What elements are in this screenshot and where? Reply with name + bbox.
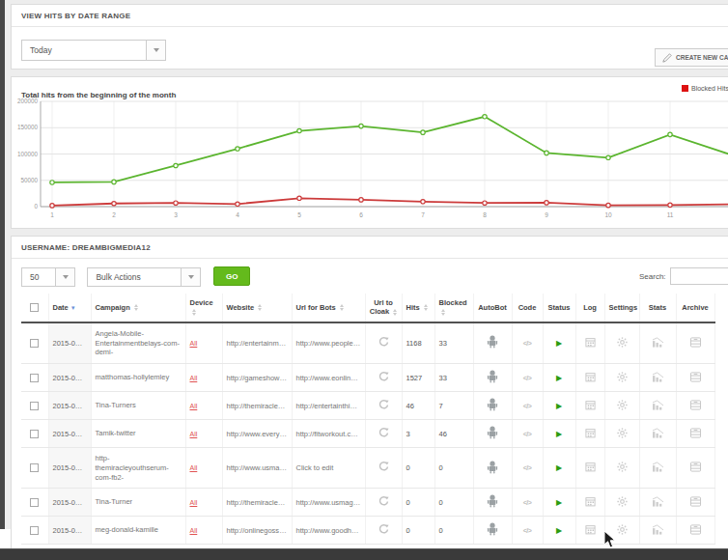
autobot-cell[interactable] xyxy=(473,420,512,448)
log-cell[interactable] xyxy=(575,489,604,517)
stats-cell[interactable] xyxy=(639,489,676,517)
url-for-bots-cell[interactable]: http://www.eonline.com/n... xyxy=(292,364,365,392)
code-cell[interactable]: </> xyxy=(512,322,543,364)
search-input[interactable] xyxy=(670,267,728,285)
status-cell[interactable]: ▶ xyxy=(543,489,575,517)
create-new-campaign-button[interactable]: CREATE NEW CAMPAIGN xyxy=(655,48,728,67)
device-link[interactable]: All xyxy=(190,527,198,534)
code-cell[interactable]: </> xyxy=(512,364,543,392)
autobot-cell[interactable] xyxy=(473,448,512,489)
autobot-cell[interactable] xyxy=(473,364,512,392)
autobot-cell[interactable] xyxy=(473,489,512,517)
log-cell[interactable] xyxy=(575,448,604,489)
bulk-actions-select[interactable]: Bulk Actions xyxy=(87,267,201,287)
device-link[interactable]: All xyxy=(190,499,198,506)
row-checkbox[interactable] xyxy=(30,374,39,382)
col-header-device[interactable]: Device xyxy=(185,294,222,322)
url-to-cloak-cell[interactable] xyxy=(365,420,402,448)
sort-toggle-icon[interactable] xyxy=(340,304,344,311)
archive-cell[interactable] xyxy=(676,489,714,517)
status-cell[interactable]: ▶ xyxy=(543,364,575,392)
sort-toggle-icon[interactable] xyxy=(134,304,138,311)
archive-cell[interactable] xyxy=(676,364,714,392)
row-checkbox[interactable] xyxy=(30,430,39,438)
sort-desc-icon[interactable]: ▼ xyxy=(70,305,76,311)
status-cell[interactable]: ▶ xyxy=(543,517,575,545)
log-cell[interactable] xyxy=(575,517,604,545)
date-range-select[interactable]: Today xyxy=(21,40,166,61)
archive-cell[interactable] xyxy=(676,517,714,545)
code-cell[interactable]: </> xyxy=(512,517,543,545)
col-header-blocked[interactable]: Blocked xyxy=(434,294,473,322)
url-to-cloak-cell[interactable] xyxy=(365,322,402,364)
device-link[interactable]: All xyxy=(190,403,198,409)
select-all-checkbox[interactable] xyxy=(30,303,39,312)
log-cell[interactable] xyxy=(575,322,604,364)
url-to-cloak-cell[interactable] xyxy=(365,489,402,517)
url-for-bots-cell[interactable]: http://fitworkout.com/ xyxy=(292,420,365,448)
device-link[interactable]: All xyxy=(190,431,198,437)
stats-cell[interactable] xyxy=(639,322,676,364)
url-for-bots-cell[interactable]: Click to edit xyxy=(292,448,365,489)
sort-toggle-icon[interactable] xyxy=(441,309,445,316)
log-cell[interactable] xyxy=(575,392,604,420)
col-header-url-to-cloak[interactable]: Url to Cloak xyxy=(365,294,402,322)
code-cell[interactable]: </> xyxy=(512,392,543,420)
url-for-bots-cell[interactable]: http://www.people.com/ar... xyxy=(292,322,365,364)
url-for-bots-cell[interactable]: http://entertainthis.usatod... xyxy=(292,392,365,420)
log-cell[interactable] xyxy=(575,420,604,448)
stats-cell[interactable] xyxy=(639,420,676,448)
stats-cell[interactable] xyxy=(639,392,676,420)
url-for-bots-cell[interactable]: http://www.usmagazine.c... xyxy=(292,489,365,517)
col-header-website[interactable]: Website xyxy=(222,294,292,322)
settings-cell[interactable] xyxy=(604,392,639,420)
row-checkbox[interactable] xyxy=(30,339,39,348)
autobot-cell[interactable] xyxy=(473,517,512,545)
stats-cell[interactable] xyxy=(639,517,676,545)
go-button[interactable]: GO xyxy=(213,266,250,286)
sort-toggle-icon[interactable] xyxy=(192,309,196,316)
col-header-date[interactable]: Date ▼ xyxy=(48,294,91,322)
archive-cell[interactable] xyxy=(676,448,714,489)
archive-cell[interactable] xyxy=(676,420,714,448)
sort-toggle-icon[interactable] xyxy=(424,304,428,311)
autobot-cell[interactable] xyxy=(473,392,512,420)
status-cell[interactable]: ▶ xyxy=(543,392,575,420)
row-checkbox[interactable] xyxy=(30,498,39,507)
stats-cell[interactable] xyxy=(639,448,676,489)
settings-cell[interactable] xyxy=(604,448,639,489)
code-cell[interactable]: </> xyxy=(512,420,543,448)
url-to-cloak-cell[interactable] xyxy=(365,392,402,420)
status-cell[interactable]: ▶ xyxy=(543,322,575,364)
device-link[interactable]: All xyxy=(190,464,198,471)
settings-cell[interactable] xyxy=(604,364,639,392)
gear-icon xyxy=(617,400,628,410)
log-cell[interactable] xyxy=(575,364,604,392)
settings-cell[interactable] xyxy=(604,489,639,517)
status-cell[interactable]: ▶ xyxy=(543,420,575,448)
url-to-cloak-cell[interactable] xyxy=(365,448,402,489)
device-link[interactable]: All xyxy=(190,375,198,381)
col-header-hits[interactable]: Hits xyxy=(402,294,434,322)
archive-cell[interactable] xyxy=(676,392,714,420)
page-size-select[interactable]: 50 xyxy=(21,267,75,287)
row-checkbox[interactable] xyxy=(30,463,39,472)
url-to-cloak-cell[interactable] xyxy=(365,364,402,392)
url-for-bots-cell[interactable]: http://www.goodhouseke... xyxy=(292,517,365,545)
settings-cell[interactable] xyxy=(604,322,639,364)
col-header-campaign[interactable]: Campaign xyxy=(91,294,185,322)
archive-cell[interactable] xyxy=(676,322,714,364)
sort-toggle-icon[interactable] xyxy=(258,304,262,311)
settings-cell[interactable] xyxy=(604,420,639,448)
code-cell[interactable]: </> xyxy=(512,489,543,517)
row-checkbox[interactable] xyxy=(30,402,39,410)
autobot-cell[interactable] xyxy=(473,322,512,364)
status-cell[interactable]: ▶ xyxy=(543,448,575,489)
url-to-cloak-cell[interactable] xyxy=(365,517,402,545)
sort-toggle-icon[interactable] xyxy=(393,309,397,316)
device-link[interactable]: All xyxy=(190,340,198,347)
row-checkbox[interactable] xyxy=(30,526,39,535)
col-header-url-for-bots[interactable]: Url for Bots xyxy=(292,294,365,322)
code-cell[interactable]: </> xyxy=(512,448,543,489)
stats-cell[interactable] xyxy=(639,364,676,392)
